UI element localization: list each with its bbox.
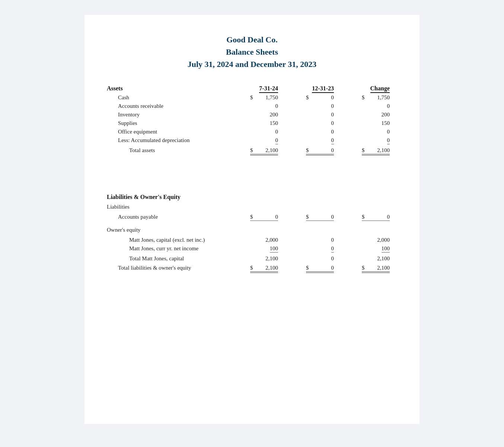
inventory-label: Inventory <box>107 112 230 118</box>
matt-jones-capital-row: Matt Jones, capital (excl. net inc.) 2,0… <box>107 236 397 244</box>
ap-v2-inner: $ 0 <box>306 214 334 221</box>
supplies-row: Supplies 150 0 150 <box>107 119 397 128</box>
accounts-payable-row: Accounts payable $ 0 $ 0 $ 0 <box>107 213 397 222</box>
col2-header-text: 12-31-23 <box>312 85 334 93</box>
ar-v2: 0 <box>286 103 341 109</box>
total-assets-v1-inner: $ 2,100 <box>250 147 278 155</box>
cash-label: Cash <box>107 94 230 101</box>
depreciation-row: Less: Accumulated depreciation 0 0 0 <box>107 136 397 145</box>
ar-v1: 0 <box>230 103 286 109</box>
ap-v3: $ 0 <box>341 214 397 221</box>
dep-v3-value: 0 <box>387 137 390 144</box>
oe-v3: 0 <box>341 129 397 135</box>
ap-v2-dollar: $ <box>306 214 309 220</box>
oe-v1: 0 <box>230 129 286 135</box>
total-matt-jones-capital-row: Total Matt Jones, capital 2,100 0 2,100 <box>107 254 397 263</box>
tle-v2-value: 0 <box>331 265 334 271</box>
col1-header: 7-31-24 <box>230 85 286 92</box>
owners-equity-label-row: Owner's equity <box>107 226 397 234</box>
ap-v3-dollar: $ <box>362 214 365 220</box>
total-assets-v1-value: 2,100 <box>265 147 278 154</box>
total-assets-v1: $ 2,100 <box>230 147 286 155</box>
cash-v3-dollar: $ <box>362 94 365 101</box>
ap-v2: $ 0 <box>286 214 341 221</box>
total-assets-v3-inner: $ 2,100 <box>362 147 390 155</box>
mjni-v3: 100 <box>341 245 397 253</box>
office-equipment-label: Office equipment <box>107 129 230 135</box>
tle-v1-value: 2,100 <box>265 265 278 271</box>
inv-v3: 200 <box>341 112 397 118</box>
tmjc-v1: 2,100 <box>230 255 286 262</box>
assets-column-header: Assets <box>107 85 230 92</box>
tle-v1-dollar: $ <box>250 265 253 271</box>
total-assets-v3: $ 2,100 <box>341 147 397 155</box>
liabilities-sub-label: Liabilities <box>107 204 230 210</box>
mjc-v2: 0 <box>286 237 341 243</box>
ar-v3: 0 <box>341 103 397 109</box>
tle-v1: $ 2,100 <box>230 265 286 273</box>
tmjc-v3: 2,100 <box>341 255 397 262</box>
inv-v1: 200 <box>230 112 286 118</box>
total-liabilities-equity-label: Total liabilities & owner's equity <box>107 265 230 273</box>
assets-section: Assets 7-31-24 12-31-23 Change Cash $ 1,… <box>107 85 397 274</box>
total-assets-label: Total assets <box>107 147 230 155</box>
matt-jones-net-income-row: Matt Jones, curr yr. net income 100 0 10… <box>107 244 397 254</box>
supplies-label: Supplies <box>107 120 230 126</box>
tle-v2: $ 0 <box>286 265 341 273</box>
tle-v2-inner: $ 0 <box>306 265 334 273</box>
accounts-receivable-row: Accounts receivable 0 0 0 <box>107 102 397 110</box>
tle-v3-dollar: $ <box>362 265 365 271</box>
dep-v1: 0 <box>230 137 286 144</box>
mjc-v3: 2,000 <box>341 237 397 243</box>
ap-v1-value: 0 <box>275 214 278 220</box>
accounts-payable-label: Accounts payable <box>107 214 230 221</box>
mjni-v3-value: 100 <box>382 245 390 253</box>
column-headers: Assets 7-31-24 12-31-23 Change <box>107 85 397 92</box>
sup-v1: 150 <box>230 120 286 126</box>
page-container: Good Deal Co. Balance Sheets July 31, 20… <box>84 15 420 424</box>
cash-v1-value: 1,750 <box>265 94 278 101</box>
depreciation-label: Less: Accumulated depreciation <box>107 137 230 144</box>
ap-v1-dollar: $ <box>250 214 253 220</box>
cash-v1: $ 1,750 <box>230 94 286 101</box>
cash-v1-dollar: $ <box>250 94 253 101</box>
mjni-v1-value: 100 <box>270 245 278 253</box>
sup-v3: 150 <box>341 120 397 126</box>
cash-v3-value: 1,750 <box>377 94 390 101</box>
tle-v3-inner: $ 2,100 <box>362 265 390 273</box>
inventory-row: Inventory 200 0 200 <box>107 110 397 119</box>
dep-v2-value: 0 <box>331 137 334 144</box>
ap-v1-inner: $ 0 <box>250 214 278 221</box>
tmjc-v2: 0 <box>286 255 341 262</box>
total-assets-v2: $ 0 <box>286 147 341 155</box>
col1-header-text: 7-31-24 <box>259 85 278 93</box>
col2-header: 12-31-23 <box>286 85 341 92</box>
total-liabilities-equity-row: Total liabilities & owner's equity $ 2,1… <box>107 264 397 274</box>
sup-v2: 0 <box>286 120 341 126</box>
total-assets-v2-dollar: $ <box>306 147 309 154</box>
liabilities-section-title: Liabilities & Owner's Equity <box>107 194 397 200</box>
total-assets-v2-value: 0 <box>331 147 334 154</box>
total-assets-v2-inner: $ 0 <box>306 147 334 155</box>
oe-v2: 0 <box>286 129 341 135</box>
total-assets-v1-dollar: $ <box>250 147 253 154</box>
cash-v2-dollar: $ <box>306 94 309 101</box>
report-header: Good Deal Co. Balance Sheets July 31, 20… <box>107 33 397 70</box>
accounts-receivable-label: Accounts receivable <box>107 103 230 109</box>
ap-v3-value: 0 <box>387 214 390 220</box>
report-subtitle: July 31, 2024 and December 31, 2023 <box>107 58 397 70</box>
tle-v3-value: 2,100 <box>377 265 390 271</box>
report-title: Balance Sheets <box>107 46 397 58</box>
total-assets-v3-value: 2,100 <box>377 147 390 154</box>
tle-v1-inner: $ 2,100 <box>250 265 278 273</box>
total-assets-v3-dollar: $ <box>362 147 365 154</box>
cash-row: Cash $ 1,750 $ 0 $ 1,750 <box>107 93 397 102</box>
owners-equity-label: Owner's equity <box>107 227 230 233</box>
dep-v3: 0 <box>341 137 397 144</box>
mjni-v2: 0 <box>286 245 341 253</box>
mjc-v1: 2,000 <box>230 237 286 243</box>
ap-v1: $ 0 <box>230 214 286 221</box>
dep-v1-value: 0 <box>275 137 278 144</box>
mjni-v1: 100 <box>230 245 286 253</box>
dep-v2: 0 <box>286 137 341 144</box>
